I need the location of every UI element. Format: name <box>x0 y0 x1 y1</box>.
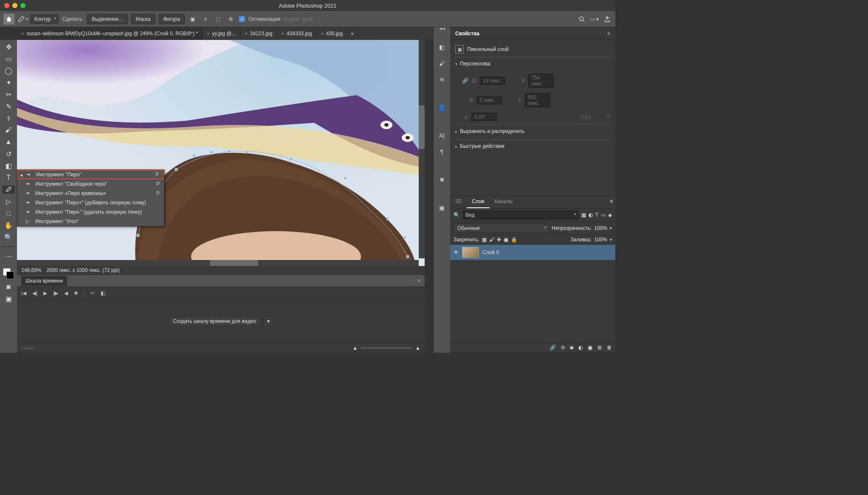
type-tool[interactable]: T <box>2 173 15 182</box>
tab-doc-1[interactable]: ×yy.jpg @... <box>203 27 240 40</box>
next-frame-icon[interactable]: |▶ <box>53 290 58 296</box>
path-select-tool[interactable]: ▷ <box>2 197 15 206</box>
layer-style-icon[interactable]: fx <box>561 345 565 351</box>
eraser-tool[interactable]: ◧ <box>2 161 15 170</box>
tab-overflow[interactable]: » <box>347 27 358 40</box>
paragraph-panel-icon[interactable]: ¶ <box>437 147 447 156</box>
shape-tool[interactable]: □ <box>2 209 15 218</box>
pen-tool-icon[interactable]: ▾ <box>18 14 27 24</box>
lock-pixels-icon[interactable]: ▦ <box>482 237 487 243</box>
share-icon[interactable] <box>603 14 612 24</box>
visibility-icon[interactable]: 👁 <box>454 249 459 255</box>
first-frame-icon[interactable]: |◀ <box>21 290 26 296</box>
adjustment-layer-icon[interactable]: ◐ <box>578 345 583 351</box>
adjustments-panel-icon[interactable]: ≋ <box>437 75 447 84</box>
delete-layer-icon[interactable]: 🗑 <box>607 345 612 351</box>
scrollbar-vertical[interactable] <box>419 40 425 258</box>
last-keyframe-icon[interactable]: ◀ <box>64 290 68 296</box>
filter-image-icon[interactable]: ▦ <box>581 212 586 218</box>
screen-mode[interactable]: ▣ <box>2 294 15 303</box>
info-chevron-icon[interactable]: 〉 <box>125 267 130 274</box>
collapse-icon[interactable]: ◀◀ <box>439 26 445 31</box>
panel-menu-icon[interactable]: ≡ <box>417 278 420 284</box>
layer-name[interactable]: Слой 0 <box>482 249 499 255</box>
flyout-item-delete-anchor[interactable]: ✒Инструмент "Перо-" (удалить опорную точ… <box>17 207 164 217</box>
layer-row[interactable]: 👁 Слой 0 <box>450 245 615 260</box>
brushes-panel-icon[interactable]: 🖌 <box>437 59 447 68</box>
color-panel-icon[interactable]: ◧ <box>437 42 447 52</box>
maximize-icon[interactable] <box>20 3 25 8</box>
play-icon[interactable]: ▶ <box>43 290 47 296</box>
brush-tool[interactable]: 🖌 <box>2 126 15 134</box>
panel-menu-icon[interactable]: ≡ <box>607 31 610 37</box>
flyout-item-freeform[interactable]: ✒Инструмент "Свободное перо"P <box>17 179 164 189</box>
quick-mask[interactable]: ◙ <box>2 283 15 291</box>
fill-value[interactable]: 100% <box>594 237 607 243</box>
height-field[interactable]: 2 пикс. <box>476 96 502 105</box>
eyedropper-tool[interactable]: ✎ <box>2 102 15 110</box>
tab-layers[interactable]: Слои <box>467 196 489 208</box>
libraries-panel-icon[interactable]: 👤 <box>437 103 447 112</box>
x-field[interactable]: 754 пикс. <box>528 74 554 88</box>
tab-doc-2[interactable]: ×34223.jpg <box>240 27 277 40</box>
close-tab-icon[interactable]: × <box>21 31 24 36</box>
tab-doc-4[interactable]: ×430.jpg <box>316 27 347 40</box>
home-button[interactable] <box>3 14 14 25</box>
close-tab-icon[interactable]: × <box>282 31 284 36</box>
align-section[interactable]: ▸Выровнять и распределить <box>455 124 610 138</box>
perspective-section[interactable]: ▾Перспектива <box>455 57 610 70</box>
pen-tool[interactable] <box>2 185 15 194</box>
angle-field[interactable]: 0,00° <box>471 113 497 121</box>
blend-mode-select[interactable]: Обычные <box>454 223 549 233</box>
lasso-tool[interactable]: ◯ <box>2 66 15 75</box>
flyout-item-add-anchor[interactable]: ✒Инструмент "Перо+" (добавить опорную то… <box>17 198 164 207</box>
canvas-area[interactable] <box>17 40 425 266</box>
filter-adjust-icon[interactable]: ◐ <box>589 212 593 218</box>
marquee-tool[interactable]: ▭ <box>2 54 15 63</box>
quick-actions-section[interactable]: ▸Быстрые действия <box>455 139 610 153</box>
make-selection-button[interactable]: Выделение... <box>87 14 128 24</box>
frames-panel-icon[interactable]: ▣ <box>437 203 447 212</box>
filter-type-icon[interactable]: T <box>595 212 598 218</box>
layer-thumbnail[interactable] <box>462 247 479 258</box>
group-icon[interactable]: ▣ <box>588 345 592 351</box>
flyout-item-pen[interactable]: ✒ Инструмент "Перо" P <box>17 170 164 179</box>
transition-icon[interactable]: ◧ <box>101 290 105 296</box>
zoom-tool[interactable]: 🔍 <box>2 233 15 241</box>
timeline-zoom-in-icon[interactable]: ▲ <box>415 345 420 351</box>
crop-tool[interactable]: ✂ <box>2 90 15 99</box>
prev-frame-icon[interactable]: ◀| <box>32 290 37 296</box>
minimize-icon[interactable] <box>12 3 17 8</box>
panel-menu-icon[interactable]: ≡ <box>607 196 615 208</box>
more-tools[interactable]: ⋯ <box>2 252 15 260</box>
new-layer-icon[interactable]: ⊞ <box>597 345 602 351</box>
tab-channels[interactable]: Каналы <box>490 196 518 208</box>
optim-checkbox[interactable]: ✓ <box>239 16 245 22</box>
zoom-level[interactable]: 248,69% <box>21 267 41 273</box>
close-icon[interactable] <box>4 3 9 8</box>
create-dropdown[interactable]: ▾ <box>263 316 273 326</box>
tools-panel-icon[interactable]: ✖ <box>437 175 447 184</box>
mode-select[interactable]: Контур <box>31 14 59 24</box>
stamp-tool[interactable]: ▲ <box>2 138 15 146</box>
tab-doc-0[interactable]: ×susan–wilkinson-BfWDyQ10uMk–unsplash.jp… <box>17 27 203 40</box>
lock-all-icon[interactable]: 🔒 <box>511 237 517 243</box>
width-field[interactable]: 13 пикс. <box>480 76 505 85</box>
lock-position-icon[interactable]: ✥ <box>497 237 501 243</box>
layer-filter-select[interactable]: Вид <box>462 210 579 220</box>
tab-3d[interactable]: 3D <box>450 196 467 208</box>
path-ops-icon[interactable]: ▣ <box>188 14 197 24</box>
tab-doc-3[interactable]: ×434333.jpg <box>277 27 317 40</box>
hand-tool[interactable]: ✋ <box>2 221 15 229</box>
move-tool[interactable]: ✥ <box>2 42 15 51</box>
flyout-item-convert[interactable]: ▷Инструмент "Угол" <box>17 217 164 226</box>
layer-mask-icon[interactable]: ◙ <box>570 345 573 351</box>
flip-v-icon[interactable]: ▽ <box>606 114 610 120</box>
opacity-value[interactable]: 100% <box>594 225 607 231</box>
wand-tool[interactable]: ✦ <box>2 78 15 87</box>
timeline-zoom-out-icon[interactable]: ▲ <box>352 345 358 351</box>
make-shape-button[interactable]: Фигура <box>159 14 185 24</box>
timeline-tab[interactable]: Шкала времени <box>21 276 67 286</box>
scrollbar-horizontal[interactable] <box>17 260 419 266</box>
close-tab-icon[interactable]: × <box>245 31 247 36</box>
